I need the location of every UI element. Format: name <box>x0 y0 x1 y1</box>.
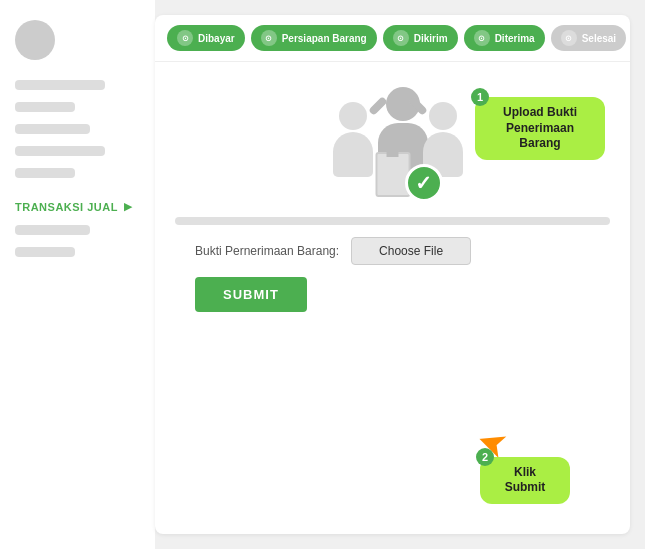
sidebar-line-6 <box>15 225 90 235</box>
dikirim-icon: ⊙ <box>393 30 409 46</box>
step-dibayar[interactable]: ⊙ Dibayar <box>167 25 245 51</box>
person-group: ✓ <box>323 82 463 202</box>
step-selesai[interactable]: ⊙ Selesai <box>551 25 626 51</box>
sidebar-line-3 <box>15 124 90 134</box>
step-diterima[interactable]: ⊙ Diterima <box>464 25 545 51</box>
person-left <box>333 102 373 177</box>
arm-left <box>368 96 388 116</box>
clipboard-clip <box>387 149 399 157</box>
sidebar: TRANSAKSI JUAL ▶ <box>0 0 155 549</box>
callout-1-number: 1 <box>471 88 489 106</box>
dibayar-icon: ⊙ <box>177 30 193 46</box>
sidebar-line-5 <box>15 168 75 178</box>
step-persiapan-label: Persiapan Barang <box>282 33 367 44</box>
choose-file-button[interactable]: Choose File <box>351 237 471 265</box>
person-left-body <box>333 132 373 177</box>
step-selesai-label: Selesai <box>582 33 616 44</box>
content-area: ✓ Bukti Pernerimaan Barang: Choose File … <box>155 62 630 534</box>
step-dikirim[interactable]: ⊙ Dikirim <box>383 25 458 51</box>
avatar <box>15 20 55 60</box>
step-dikirim-label: Dikirim <box>414 33 448 44</box>
callout-upload: 1 Upload BuktiPenerimaan Barang <box>475 97 605 160</box>
callout-2-text: KlikSubmit <box>505 465 546 495</box>
person-left-head <box>339 102 367 130</box>
illustration: ✓ <box>303 72 483 212</box>
form-label: Bukti Pernerimaan Barang: <box>195 244 339 258</box>
sidebar-line-4 <box>15 146 105 156</box>
sidebar-line-7 <box>15 247 75 257</box>
clipboard-icon <box>375 152 410 197</box>
sidebar-item-label: TRANSAKSI JUAL <box>15 201 118 213</box>
status-bar: ⊙ Dibayar ⊙ Persiapan Barang ⊙ Dikirim ⊙… <box>155 15 630 62</box>
arms-illustration <box>368 102 428 132</box>
divider-gray <box>175 217 610 225</box>
sidebar-line-2 <box>15 102 75 112</box>
form-area: Bukti Pernerimaan Barang: Choose File SU… <box>175 237 610 312</box>
file-upload-row: Bukti Pernerimaan Barang: Choose File <box>195 237 471 265</box>
callout-1-text: Upload BuktiPenerimaan Barang <box>503 105 577 150</box>
main-content: ⊙ Dibayar ⊙ Persiapan Barang ⊙ Dikirim ⊙… <box>155 15 630 534</box>
sidebar-item-transaksi-jual[interactable]: TRANSAKSI JUAL ▶ <box>15 200 132 213</box>
step-diterima-label: Diterima <box>495 33 535 44</box>
callout-2-number: 2 <box>476 448 494 466</box>
submit-button[interactable]: SUBMIT <box>195 277 307 312</box>
sidebar-arrow-icon: ▶ <box>124 200 132 213</box>
selesai-icon: ⊙ <box>561 30 577 46</box>
callout-submit: 2 KlikSubmit <box>480 457 570 504</box>
persiapan-icon: ⊙ <box>261 30 277 46</box>
diterima-icon: ⊙ <box>474 30 490 46</box>
step-dibayar-label: Dibayar <box>198 33 235 44</box>
step-persiapan[interactable]: ⊙ Persiapan Barang <box>251 25 377 51</box>
sidebar-line-1 <box>15 80 105 90</box>
check-badge-icon: ✓ <box>405 164 443 202</box>
app-container: TRANSAKSI JUAL ▶ ⊙ Dibayar ⊙ Persiapan B… <box>0 0 645 549</box>
person-right-head <box>429 102 457 130</box>
